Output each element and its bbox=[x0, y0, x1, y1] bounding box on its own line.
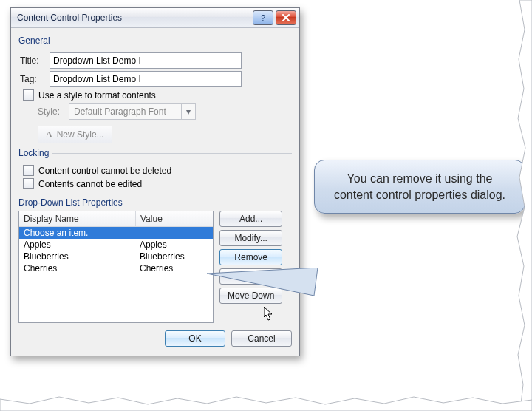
dialog-title: Content Control Properties bbox=[17, 13, 250, 23]
general-legend: General bbox=[18, 35, 53, 46]
move-down-button[interactable]: Move Down bbox=[219, 288, 282, 304]
move-up-button[interactable]: Move Up bbox=[219, 268, 282, 285]
title-input[interactable] bbox=[50, 52, 242, 69]
close-button[interactable] bbox=[276, 10, 296, 25]
cannot-edit-label: Contents cannot be edited bbox=[38, 179, 142, 189]
list-item[interactable]: BlueberriesBlueberries bbox=[19, 251, 213, 262]
locking-legend: Locking bbox=[18, 148, 52, 158]
remove-button[interactable]: Remove bbox=[219, 249, 282, 265]
close-icon bbox=[282, 14, 290, 21]
list-item-value bbox=[135, 227, 213, 239]
list-button-column: Add... Modify... Remove Move Up Move Dow… bbox=[219, 211, 282, 323]
style-combo: Default Paragraph Font ▾ bbox=[69, 103, 196, 120]
list-item-name: Choose an item. bbox=[19, 227, 135, 239]
col-display-name[interactable]: Display Name bbox=[19, 211, 136, 226]
tag-input[interactable] bbox=[50, 71, 242, 87]
use-style-label: Use a style to format contents bbox=[38, 90, 156, 101]
general-group: General Title: Tag: Use a style to forma… bbox=[18, 35, 292, 145]
titlebar: Content Control Properties ? bbox=[11, 8, 299, 28]
add-button[interactable]: Add... bbox=[219, 211, 282, 227]
list-item-name: Blueberries bbox=[19, 251, 135, 262]
list-item-name: Cherries bbox=[19, 262, 135, 274]
new-style-button: A New Style... bbox=[38, 126, 112, 143]
style-combo-text: Default Paragraph Font bbox=[69, 106, 181, 117]
torn-edge-bottom bbox=[0, 395, 532, 411]
list-item-name: Apples bbox=[19, 239, 135, 251]
ok-button[interactable]: OK bbox=[165, 330, 225, 347]
modify-button[interactable]: Modify... bbox=[219, 230, 282, 246]
locking-group: Locking Content control cannot be delete… bbox=[18, 148, 292, 193]
dialog-actions: OK Cancel bbox=[18, 330, 292, 347]
list-item[interactable]: CherriesCherries bbox=[19, 262, 213, 274]
style-a-icon: A bbox=[46, 129, 52, 140]
dialog-body: General Title: Tag: Use a style to forma… bbox=[11, 28, 299, 356]
chevron-down-icon: ▾ bbox=[181, 104, 195, 119]
list-item[interactable]: ApplesApples bbox=[19, 239, 213, 251]
cannot-delete-checkbox[interactable] bbox=[23, 165, 34, 176]
cancel-button[interactable]: Cancel bbox=[231, 330, 292, 347]
help-button[interactable]: ? bbox=[253, 10, 273, 25]
listbox-header: Display Name Value bbox=[19, 211, 213, 227]
dialog-window: Content Control Properties ? General Tit… bbox=[10, 7, 300, 356]
help-icon: ? bbox=[261, 13, 265, 22]
list-item-value: Apples bbox=[135, 239, 213, 251]
col-value[interactable]: Value bbox=[136, 211, 213, 226]
title-label: Title: bbox=[20, 55, 50, 66]
use-style-checkbox[interactable] bbox=[23, 89, 34, 101]
callout-bubble: You can remove it using the content cont… bbox=[314, 160, 525, 214]
cannot-edit-checkbox[interactable] bbox=[23, 178, 34, 189]
list-item[interactable]: Choose an item. bbox=[19, 227, 213, 239]
tag-label: Tag: bbox=[20, 74, 50, 84]
style-label: Style: bbox=[38, 106, 69, 117]
cannot-delete-label: Content control cannot be deleted bbox=[38, 166, 171, 176]
new-style-label: New Style... bbox=[57, 129, 104, 140]
dropdown-listbox[interactable]: Display Name Value Choose an item.Apples… bbox=[18, 211, 214, 323]
dropdown-section-label: Drop-Down List Properties bbox=[18, 197, 292, 208]
list-item-value: Blueberries bbox=[135, 251, 213, 262]
callout-text: You can remove it using the content cont… bbox=[334, 172, 505, 201]
list-item-value: Cherries bbox=[135, 262, 213, 274]
